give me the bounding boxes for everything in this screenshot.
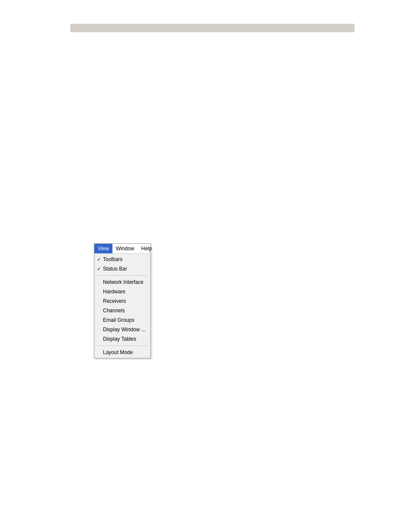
section-divider-2 [96, 345, 149, 346]
menu-header-window[interactable]: Window [112, 244, 138, 253]
menu-item-email-groups[interactable]: Email Groups [94, 315, 150, 325]
menu-header-row: View Window Help [94, 244, 150, 254]
section-divider-1 [96, 275, 149, 276]
menu-section-1: ✓ Toolbars ✓ Status Bar [94, 254, 150, 274]
menu-header-help[interactable]: Help [137, 244, 155, 253]
menu-item-receivers[interactable]: Receivers [94, 296, 150, 306]
menu-item-display-window[interactable]: Display Window ... [94, 325, 150, 334]
menu-section-2: Network Interface Hardware Receivers Cha… [94, 277, 150, 345]
menu-section-3: Layout Mode [94, 347, 150, 358]
menu-popup: View Window Help ✓ Toolbars ✓ Status Bar… [94, 243, 151, 358]
checkmark-toolbars: ✓ [97, 257, 101, 262]
menu-item-hardware[interactable]: Hardware [94, 287, 150, 296]
menu-item-layout-mode[interactable]: Layout Mode [94, 348, 150, 357]
checkmark-status-bar: ✓ [97, 266, 101, 272]
menu-item-channels[interactable]: Channels [94, 306, 150, 315]
menu-item-display-tables[interactable]: Display Tables [94, 334, 150, 344]
menu-header-view[interactable]: View [94, 244, 112, 253]
menu-item-status-bar[interactable]: ✓ Status Bar [94, 264, 150, 274]
menu-item-toolbars[interactable]: ✓ Toolbars [94, 255, 150, 264]
menu-item-network-interface[interactable]: Network Interface [94, 277, 150, 287]
title-bar [70, 24, 355, 32]
